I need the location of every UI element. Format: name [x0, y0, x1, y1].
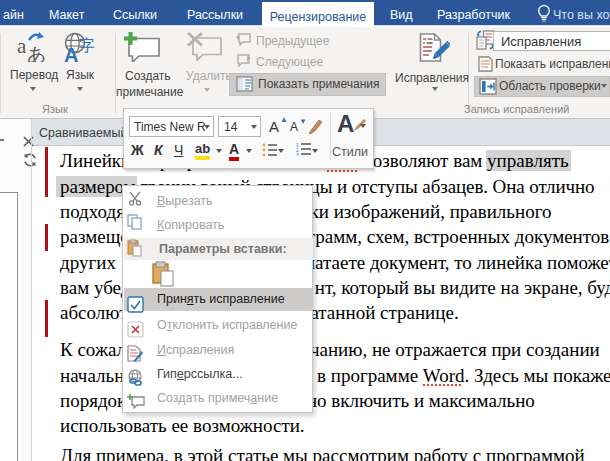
- svg-text:a: a: [17, 34, 27, 58]
- svg-text:A: A: [64, 44, 78, 63]
- svg-text:3: 3: [296, 152, 299, 156]
- svg-text:字: 字: [79, 37, 95, 54]
- svg-text:あ: あ: [27, 44, 46, 62]
